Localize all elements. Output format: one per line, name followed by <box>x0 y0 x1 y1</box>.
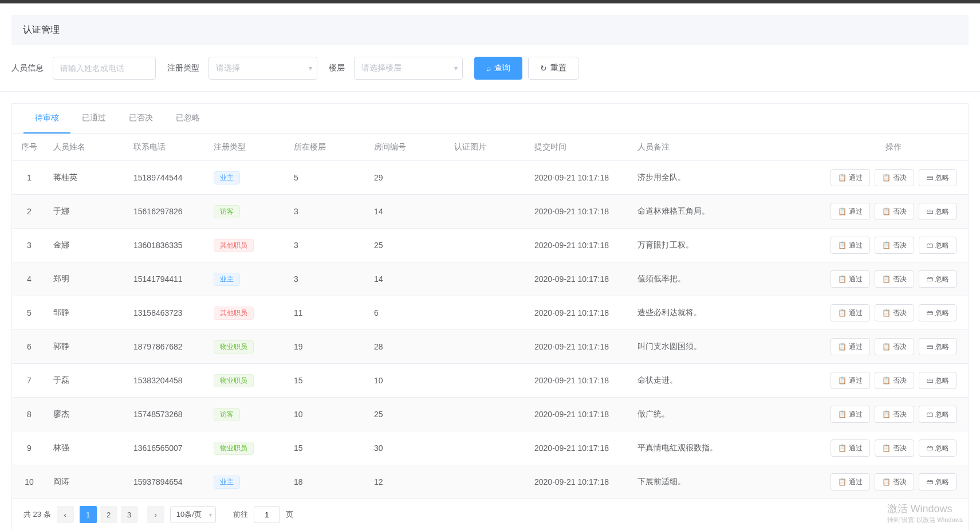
cell-phone: 18797867682 <box>127 330 207 364</box>
cell-remark: 万育眼打工权。 <box>631 229 819 262</box>
ignore-button[interactable]: 🗃忽略 <box>919 338 957 355</box>
approve-button[interactable]: 📋通过 <box>831 169 870 186</box>
page-number-button[interactable]: 2 <box>100 506 117 523</box>
refresh-icon: ↻ <box>540 64 547 73</box>
cell-floor: 18 <box>287 465 367 499</box>
page-size-label: 10条/页 <box>176 509 202 520</box>
reject-button[interactable]: 📋否决 <box>875 203 914 220</box>
clipboard-icon: 📋 <box>882 207 891 215</box>
clipboard-icon: 📋 <box>838 343 847 351</box>
cell-name: 郑明 <box>46 262 127 296</box>
ignore-button[interactable]: 🗃忽略 <box>919 439 957 457</box>
tab-待审核[interactable]: 待审核 <box>23 104 70 134</box>
cell-name: 阎涛 <box>46 465 127 499</box>
cell-time: 2020-09-21 10:17:18 <box>528 262 631 296</box>
page-title: 认证管理 <box>11 15 969 45</box>
column-header: 人员姓名 <box>46 134 127 161</box>
approve-button[interactable]: 📋通过 <box>831 304 870 321</box>
next-page-button[interactable]: › <box>147 506 164 523</box>
cell-phone: 13616565007 <box>127 431 207 465</box>
reject-button[interactable]: 📋否决 <box>875 473 914 490</box>
cell-index: 7 <box>12 364 46 398</box>
search-button[interactable]: ⌕ 查询 <box>474 57 522 80</box>
cell-name: 于娜 <box>46 195 127 229</box>
reject-button[interactable]: 📋否决 <box>875 439 914 457</box>
column-header: 操作 <box>819 134 968 161</box>
clipboard-icon: 📋 <box>838 275 847 283</box>
tab-已通过[interactable]: 已通过 <box>70 104 117 134</box>
ignore-button[interactable]: 🗃忽略 <box>919 406 957 423</box>
ignore-button[interactable]: 🗃忽略 <box>919 203 957 220</box>
goto-suffix: 页 <box>286 509 293 520</box>
cell-phone: 15748573268 <box>127 398 207 431</box>
archive-icon: 🗃 <box>926 444 933 452</box>
approve-button[interactable]: 📋通过 <box>831 270 870 288</box>
cell-type: 物业职员 <box>207 330 287 364</box>
cell-type: 访客 <box>207 398 287 431</box>
reset-button-label: 重置 <box>550 63 566 73</box>
cell-actions: 📋通过📋否决🗃忽略 <box>819 161 968 195</box>
register-type-select[interactable]: 请选择 ▾ <box>208 57 317 80</box>
cell-remark: 命状走进。 <box>631 364 819 398</box>
chevron-down-icon: ▾ <box>309 64 312 72</box>
type-tag: 物业职员 <box>214 340 254 354</box>
page-size-select[interactable]: 10条/页 ▾ <box>170 506 216 523</box>
approve-button[interactable]: 📋通过 <box>831 203 870 220</box>
cell-image <box>447 161 528 195</box>
ignore-button[interactable]: 🗃忽略 <box>919 270 957 288</box>
approve-button[interactable]: 📋通过 <box>831 473 870 490</box>
reject-button[interactable]: 📋否决 <box>875 304 914 321</box>
goto-page-input[interactable] <box>254 506 280 523</box>
cell-remark: 命道林难格五角局。 <box>631 195 819 229</box>
total-count: 共 23 条 <box>23 509 51 520</box>
pagination: 共 23 条 ‹ 123 › 10条/页 ▾ 前往 页 <box>12 499 968 530</box>
floor-select[interactable]: 请选择楼层 ▾ <box>354 57 463 80</box>
column-header: 序号 <box>12 134 46 161</box>
reject-button[interactable]: 📋否决 <box>875 372 914 389</box>
ignore-button[interactable]: 🗃忽略 <box>919 237 957 254</box>
tab-已忽略[interactable]: 已忽略 <box>164 104 211 134</box>
cell-phone: 15383204458 <box>127 364 207 398</box>
cell-actions: 📋通过📋否决🗃忽略 <box>819 431 968 465</box>
approve-button[interactable]: 📋通过 <box>831 406 870 423</box>
prev-page-button[interactable]: ‹ <box>57 506 74 523</box>
ignore-button[interactable]: 🗃忽略 <box>919 304 957 321</box>
person-info-input[interactable] <box>53 57 156 80</box>
approve-button[interactable]: 📋通过 <box>831 439 870 457</box>
cell-time: 2020-09-21 10:17:18 <box>528 364 631 398</box>
page-number-button[interactable]: 3 <box>121 506 138 523</box>
ignore-button[interactable]: 🗃忽略 <box>919 169 957 186</box>
table-row: 8廖杰15748573268访客10252020-09-21 10:17:18做… <box>12 398 968 431</box>
cell-floor: 5 <box>287 161 367 195</box>
approve-button[interactable]: 📋通过 <box>831 237 870 254</box>
column-header: 认证图片 <box>447 134 528 161</box>
clipboard-icon: 📋 <box>838 174 847 182</box>
reset-button[interactable]: ↻ 重置 <box>528 57 578 80</box>
table-container: 待审核已通过已否决已忽略 序号人员姓名联系电话注册类型所在楼层房间编号认证图片提… <box>11 103 969 530</box>
cell-actions: 📋通过📋否决🗃忽略 <box>819 364 968 398</box>
reject-button[interactable]: 📋否决 <box>875 169 914 186</box>
person-info-label: 人员信息 <box>11 63 44 73</box>
reject-button[interactable]: 📋否决 <box>875 338 914 355</box>
table-row: 7于磊15383204458物业职员15102020-09-21 10:17:1… <box>12 364 968 398</box>
clipboard-icon: 📋 <box>838 444 847 452</box>
cell-actions: 📋通过📋否决🗃忽略 <box>819 195 968 229</box>
cell-floor: 15 <box>287 364 367 398</box>
cell-phone: 15189744544 <box>127 161 207 195</box>
approve-button[interactable]: 📋通过 <box>831 338 870 355</box>
search-button-label: 查询 <box>494 63 510 73</box>
cell-remark: 济步用全队。 <box>631 161 819 195</box>
cell-floor: 3 <box>287 229 367 262</box>
ignore-button[interactable]: 🗃忽略 <box>919 372 957 389</box>
tab-已否决[interactable]: 已否决 <box>117 104 164 134</box>
reject-button[interactable]: 📋否决 <box>875 270 914 288</box>
cell-room: 6 <box>367 296 447 330</box>
page-number-button[interactable]: 1 <box>80 506 97 523</box>
cell-floor: 3 <box>287 195 367 229</box>
reject-button[interactable]: 📋否决 <box>875 406 914 423</box>
reject-button[interactable]: 📋否决 <box>875 237 914 254</box>
approve-button[interactable]: 📋通过 <box>831 372 870 389</box>
archive-icon: 🗃 <box>926 376 933 384</box>
ignore-button[interactable]: 🗃忽略 <box>919 473 957 490</box>
cell-actions: 📋通过📋否决🗃忽略 <box>819 262 968 296</box>
